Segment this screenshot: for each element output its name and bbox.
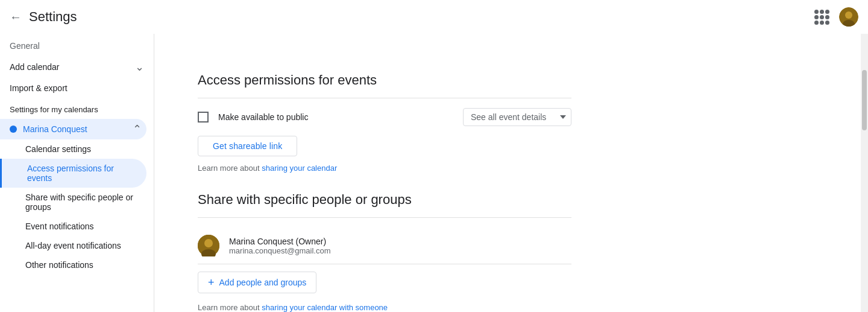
chevron-down-icon: ⌄ <box>135 60 144 74</box>
chevron-up-icon: ⌃ <box>133 123 142 136</box>
calendar-color-dot <box>10 126 17 133</box>
scrollbar-thumb[interactable] <box>862 70 867 130</box>
person-info: Marina Conquest (Owner) marina.conquest@… <box>229 237 331 255</box>
make-public-label: Make available to public <box>218 112 453 122</box>
add-people-label: Add people and groups <box>219 278 307 287</box>
sidebar-item-allday-notifications[interactable]: All-day event notifications <box>0 236 146 255</box>
access-learn-more: Learn more about sharing your calendar <box>198 164 571 173</box>
section-divider-2 <box>198 217 571 218</box>
back-icon[interactable]: ← <box>10 11 22 23</box>
sidebar-item-other-notifications[interactable]: Other notifications <box>0 255 146 275</box>
sidebar-add-calendar[interactable]: Add calendar ⌄ <box>0 56 154 78</box>
public-checkbox-row: Make available to public See all event d… <box>198 108 571 126</box>
settings-title: Settings <box>29 9 77 25</box>
sharing-calendar-link[interactable]: sharing your calendar <box>262 164 337 173</box>
person-email: marina.conquest@gmail.com <box>229 246 331 255</box>
sharing-with-someone-link[interactable]: sharing your calendar with someone <box>262 303 388 312</box>
sidebar-item-import-export[interactable]: Import & export <box>0 78 154 98</box>
access-permissions-section: Access permissions for events Make avail… <box>198 72 571 173</box>
person-row: Marina Conquest (Owner) marina.conquest@… <box>198 228 571 264</box>
sidebar-item-access-permissions[interactable]: Access permissions for events <box>0 159 146 188</box>
person-avatar <box>198 235 219 256</box>
apps-grid-icon[interactable] <box>810 5 834 30</box>
add-calendar-label: Add calendar <box>10 62 60 72</box>
sidebar-item-calendar-settings[interactable]: Calendar settings <box>0 139 146 159</box>
scrollbar-track[interactable] <box>861 34 868 312</box>
share-learn-more: Learn more about sharing your calendar w… <box>198 303 571 312</box>
share-people-section: Share with specific people or groups Mar… <box>198 192 571 312</box>
avatar[interactable] <box>839 7 858 27</box>
sidebar: General Add calendar ⌄ Import & export S… <box>0 34 154 312</box>
sidebar-item-share-specific[interactable]: Share with specific people or groups <box>0 188 146 217</box>
main-content: Access permissions for events Make avail… <box>154 34 861 312</box>
get-shareable-link-button[interactable]: Get shareable link <box>198 136 297 156</box>
make-public-checkbox[interactable] <box>198 112 209 123</box>
access-section-title: Access permissions for events <box>198 72 571 88</box>
section-divider-1 <box>198 98 571 98</box>
calendar-name-label: Marina Conquest <box>23 124 133 134</box>
settings-for-my-calendars-label: Settings for my calendars <box>0 98 154 119</box>
learn-more-prefix-1: Learn more about <box>198 164 262 173</box>
learn-more-prefix-2: Learn more about <box>198 303 262 312</box>
sidebar-item-event-notifications[interactable]: Event notifications <box>0 217 146 236</box>
add-people-button[interactable]: + Add people and groups <box>198 272 316 293</box>
svg-point-4 <box>204 239 213 247</box>
plus-icon: + <box>208 277 215 288</box>
sidebar-item-general[interactable]: General <box>0 36 154 56</box>
person-name: Marina Conquest (Owner) <box>229 237 331 246</box>
sidebar-calendar-marina[interactable]: Marina Conquest ⌃ <box>0 119 146 139</box>
event-details-dropdown[interactable]: See all event details See only free/busy <box>463 108 571 126</box>
share-section-title: Share with specific people or groups <box>198 192 571 208</box>
svg-point-1 <box>845 11 852 19</box>
